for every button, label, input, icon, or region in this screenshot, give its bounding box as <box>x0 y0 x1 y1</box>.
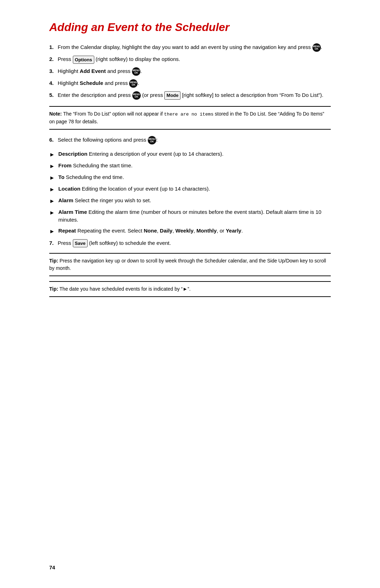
step-6: 6. Select the following options and pres… <box>49 136 331 144</box>
step-5: 5. Enter the description and press MENUO… <box>49 91 331 100</box>
step-2-content: Press Options (right softkey) to display… <box>58 55 331 64</box>
tip-2-label: Tip: <box>49 286 58 292</box>
bullet-description-content: Description Entering a description of yo… <box>58 150 331 158</box>
menu-ok-btn-5: MENUOK <box>132 91 141 100</box>
arrow-icon-2: ► <box>49 162 55 171</box>
arrow-icon-3: ► <box>49 174 55 182</box>
bullet-repeat-content: Repeat Repeating the event. Select None,… <box>58 227 331 235</box>
step-7-content: Press Save (left softkey) to schedule th… <box>58 239 331 248</box>
step-6-content: Select the following options and press M… <box>58 136 331 144</box>
bullet-alarm-time: ► Alarm Time Editing the alarm time (num… <box>49 208 331 224</box>
mode-key: Mode <box>164 91 180 100</box>
bullet-to: ► To Scheduling the end time. <box>49 173 331 182</box>
page-title: Adding an Event to the Scheduler <box>49 21 331 33</box>
step-4-content: Highlight Schedule and press MENUOK. <box>58 79 331 88</box>
step-6-number: 6. <box>49 136 58 144</box>
step-2: 2. Press Options (right softkey) to disp… <box>49 55 331 64</box>
note-box: Note: The “From To Do List” option will … <box>49 106 331 130</box>
menu-ok-btn-4: MENUOK <box>129 79 138 88</box>
bullet-alarm: ► Alarm Select the ringer you wish to se… <box>49 197 331 205</box>
bullet-to-content: To Scheduling the end time. <box>58 173 331 181</box>
step-3-content: Highlight Add Event and press MENUOK. <box>58 67 331 76</box>
arrow-icon-5: ► <box>49 197 55 205</box>
step-5-number: 5. <box>49 91 58 100</box>
bullet-alarm-time-content: Alarm Time Editing the alarm time (numbe… <box>58 208 331 224</box>
arrow-icon-1: ► <box>49 150 55 159</box>
note-monospace: there are no items <box>164 112 213 117</box>
menu-ok-btn-1: MENUOK <box>312 43 321 52</box>
bullet-from-content: From Scheduling the start time. <box>58 162 331 170</box>
arrow-icon-4: ► <box>49 185 55 194</box>
arrow-icon-7: ► <box>49 227 55 236</box>
save-key: Save <box>73 239 88 248</box>
step-4-number: 4. <box>49 79 58 88</box>
bullet-from: ► From Scheduling the start time. <box>49 162 331 171</box>
step-7-number: 7. <box>49 239 58 248</box>
menu-ok-btn-6: MENUOK <box>148 136 156 144</box>
steps-list: 1. From the Calendar display, highlight … <box>49 43 331 100</box>
options-list: ► Description Entering a description of … <box>49 150 331 236</box>
step-4: 4. Highlight Schedule and press MENUOK. <box>49 79 331 88</box>
step-1-number: 1. <box>49 43 58 52</box>
options-key: Options <box>73 56 94 64</box>
step-7: 7. Press Save (left softkey) to schedule… <box>49 239 331 248</box>
tip-box-2: Tip: The date you have scheduled events … <box>49 281 331 297</box>
page-number: 74 <box>49 564 55 570</box>
step-5-content: Enter the description and press MENUOK (… <box>58 91 331 100</box>
tip-box-1: Tip: Press the navigation key up or down… <box>49 253 331 276</box>
bullet-location-content: Location Editing the location of your ev… <box>58 185 331 193</box>
bullet-repeat: ► Repeat Repeating the event. Select Non… <box>49 227 331 236</box>
steps-list-2: 6. Select the following options and pres… <box>49 136 331 144</box>
bullet-location: ► Location Editing the location of your … <box>49 185 331 194</box>
step-1: 1. From the Calendar display, highlight … <box>49 43 331 52</box>
arrow-icon-6: ► <box>49 209 55 217</box>
step-1-content: From the Calendar display, highlight the… <box>58 43 331 52</box>
step-2-number: 2. <box>49 55 58 64</box>
step-3-number: 3. <box>49 67 58 76</box>
menu-ok-btn-3: MENUOK <box>132 67 140 76</box>
bullet-description: ► Description Entering a description of … <box>49 150 331 159</box>
note-label: Note: <box>49 111 62 117</box>
tip-1-label: Tip: <box>49 258 58 264</box>
bullet-alarm-content: Alarm Select the ringer you wish to set. <box>58 197 331 205</box>
step-3: 3. Highlight Add Event and press MENUOK. <box>49 67 331 76</box>
steps-list-3: 7. Press Save (left softkey) to schedule… <box>49 239 331 248</box>
